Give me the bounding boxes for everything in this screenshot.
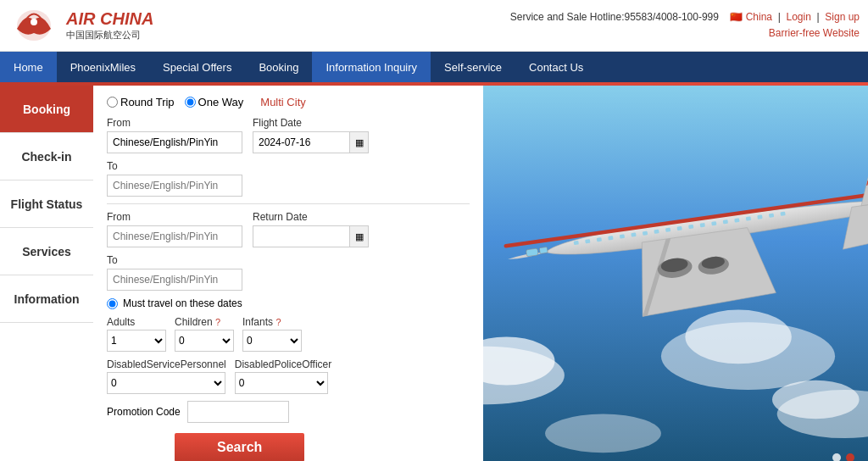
svg-rect-27	[734, 218, 739, 222]
from2-return-row: From Return Date ▦	[107, 211, 470, 247]
top-right-info: Service and Sale Hotline:95583/4008-100-…	[510, 9, 860, 42]
nav-item-self-service[interactable]: Self-service	[431, 52, 515, 82]
to-label: To	[107, 160, 242, 172]
svg-rect-19	[643, 231, 648, 236]
disabled-police-group: DisabledPoliceOfficer 0 1 2	[235, 358, 332, 394]
return-date-calendar-button[interactable]: ▦	[350, 225, 369, 247]
logo-icon	[8, 3, 59, 47]
logo-area: AIR CHINA 中国国际航空公司	[8, 3, 153, 47]
return-date-wrap: ▦	[253, 225, 369, 247]
to-row: To	[107, 160, 470, 197]
svg-point-10	[685, 309, 791, 364]
children-help[interactable]: ?	[215, 317, 220, 327]
search-button[interactable]: Search	[175, 433, 304, 461]
region-link[interactable]: China	[746, 11, 772, 23]
disabled-police-label: DisabledPoliceOfficer	[235, 358, 332, 370]
round-trip-radio[interactable]	[107, 97, 118, 108]
adults-label: Adults	[107, 316, 166, 328]
disabled-service-group: DisabledServicePersonnel 0 1 2	[107, 358, 226, 394]
hotline-text: Service and Sale Hotline:95583/4008-100-…	[510, 11, 719, 23]
svg-rect-16	[608, 236, 613, 240]
svg-point-2	[31, 19, 37, 25]
children-select[interactable]: 0 1 2 3	[175, 330, 234, 352]
logo-main-text: AIR CHINA	[66, 9, 153, 29]
to-group: To	[107, 160, 242, 197]
sidebar-item-information[interactable]: Information	[0, 275, 93, 323]
disabled-service-select[interactable]: 0 1 2	[107, 372, 225, 394]
flight-date-group: Flight Date ▦	[253, 117, 369, 153]
children-label: Children ?	[175, 316, 234, 328]
nav-item-special-offers[interactable]: Special Offers	[149, 52, 245, 82]
disabled-police-select[interactable]: 0 1 2	[235, 372, 328, 394]
svg-rect-12	[539, 247, 548, 253]
sidebar-item-booking[interactable]: Booking	[0, 86, 93, 133]
booking-form-area: Round Trip One Way Multi City From Fligh…	[93, 86, 483, 461]
search-button-wrap: Search	[107, 433, 470, 461]
must-travel-radio[interactable]	[107, 298, 118, 309]
nav-item-home[interactable]: Home	[0, 52, 57, 82]
sidebar-item-checkin[interactable]: Check-in	[0, 133, 93, 181]
login-link[interactable]: Login	[786, 11, 810, 23]
svg-rect-30	[769, 214, 774, 218]
svg-rect-18	[631, 232, 636, 236]
pax-row: Adults 1 2 3 4 5 Children ? 0 1 2	[107, 316, 470, 352]
flight-date-calendar-button[interactable]: ▦	[350, 131, 369, 153]
infants-help[interactable]: ?	[275, 317, 281, 327]
svg-rect-17	[620, 234, 625, 238]
svg-rect-29	[757, 214, 762, 219]
infants-select[interactable]: 0 1 2	[242, 330, 302, 352]
nav-item-phoenixmiles[interactable]: PhoenixMiles	[57, 52, 149, 82]
form-divider-1	[107, 203, 470, 204]
multi-city-link[interactable]: Multi City	[260, 96, 305, 108]
svg-rect-26	[723, 219, 728, 224]
promo-input[interactable]	[187, 401, 289, 423]
to-input[interactable]	[107, 175, 242, 197]
round-trip-label[interactable]: Round Trip	[107, 96, 175, 108]
return-date-input[interactable]	[253, 225, 350, 247]
svg-rect-25	[711, 221, 716, 225]
to2-label: To	[107, 254, 242, 266]
infants-group: Infants ? 0 1 2	[242, 316, 302, 352]
children-group: Children ? 0 1 2 3	[175, 316, 234, 352]
sidebar-item-flight-status[interactable]: Flight Status	[0, 181, 93, 228]
nav-item-booking[interactable]: Booking	[245, 52, 312, 82]
svg-rect-23	[688, 225, 693, 229]
top-bar: AIR CHINA 中国国际航空公司 Service and Sale Hotl…	[0, 0, 868, 52]
adults-select[interactable]: 1 2 3 4 5	[107, 330, 166, 352]
flight-date-label: Flight Date	[253, 117, 369, 129]
to2-group: To	[107, 254, 242, 291]
carousel-dot-1[interactable]	[832, 453, 841, 461]
svg-rect-15	[597, 237, 602, 242]
carousel-dot-2[interactable]	[846, 453, 854, 461]
to2-input[interactable]	[107, 269, 242, 291]
from-input[interactable]	[107, 131, 242, 153]
region-flag: 🇨🇳	[730, 11, 743, 23]
flight-date-wrap: ▦	[253, 131, 369, 153]
return-date-label: Return Date	[253, 211, 369, 223]
one-way-radio[interactable]	[185, 97, 196, 108]
flight-date-input[interactable]	[253, 131, 350, 153]
must-travel-row: Must travel on these dates	[107, 297, 470, 309]
from2-label: From	[107, 211, 242, 223]
signup-link[interactable]: Sign up	[825, 11, 860, 23]
svg-rect-22	[677, 226, 682, 230]
svg-rect-11	[526, 248, 538, 257]
trip-type-row: Round Trip One Way Multi City	[107, 96, 470, 108]
svg-point-8	[545, 414, 661, 453]
sidebar: Booking Check-in Flight Status Services …	[0, 86, 93, 461]
one-way-label[interactable]: One Way	[185, 96, 244, 108]
nav-item-contact-us[interactable]: Contact Us	[515, 52, 597, 82]
nav-item-information-inquiry[interactable]: Information Inquiry	[312, 52, 431, 82]
sidebar-item-services[interactable]: Services	[0, 228, 93, 275]
hero-image-panel: Air China	[483, 86, 868, 461]
must-travel-label: Must travel on these dates	[123, 297, 242, 309]
barrier-free-link[interactable]: Barrier-free Website	[769, 27, 860, 39]
nav-bar: Home PhoenixMiles Special Offers Booking…	[0, 52, 868, 82]
logo-sub-text: 中国国际航空公司	[66, 29, 153, 42]
svg-rect-31	[780, 212, 785, 216]
promo-row: Promotion Code	[107, 401, 470, 423]
from2-input[interactable]	[107, 225, 242, 247]
svg-rect-20	[654, 230, 659, 234]
to2-row: To	[107, 254, 470, 291]
svg-rect-21	[665, 228, 670, 232]
